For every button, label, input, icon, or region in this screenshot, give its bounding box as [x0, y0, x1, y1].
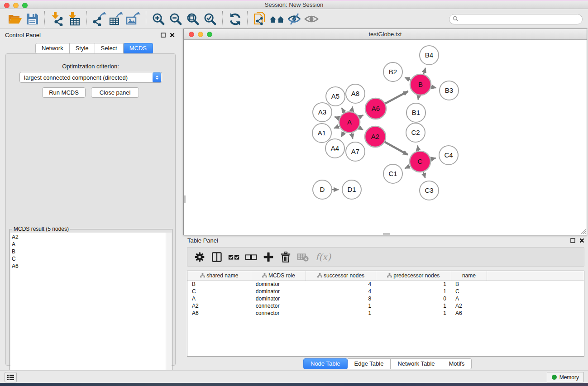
add-icon[interactable]: [261, 250, 276, 264]
cell-successor-nodes[interactable]: 4: [306, 281, 376, 288]
cell-MCDS-role[interactable]: dominator: [251, 295, 306, 302]
node-label-A1: A1: [318, 129, 326, 137]
window-resize-grip[interactable]: [580, 229, 586, 234]
cell-successor-nodes[interactable]: 1: [306, 310, 376, 317]
cell-predecessor-nodes[interactable]: 0: [376, 295, 451, 302]
tab-node-table[interactable]: Node Table: [303, 358, 348, 369]
cell-shared-name[interactable]: A: [187, 295, 251, 302]
network-canvas[interactable]: B4B2BB3A8A5A6A3B1AC2A1A2A4A7C4CC1C3DD1: [184, 40, 587, 235]
tab-motifs[interactable]: Motifs: [442, 358, 472, 369]
cell-shared-name[interactable]: A2: [187, 302, 251, 310]
tab-network[interactable]: Network: [35, 43, 70, 54]
column-header-name[interactable]: name: [451, 271, 487, 281]
cell-shared-name[interactable]: A6: [187, 310, 251, 317]
network-window-title: testGlobe.txt: [369, 31, 402, 38]
export-network-icon[interactable]: [91, 11, 108, 27]
network-vscroll-thumb[interactable]: [184, 195, 186, 203]
checked-boxes-icon[interactable]: [226, 250, 242, 264]
table-row[interactable]: Adominator80A: [187, 295, 584, 302]
network-close-button[interactable]: [189, 32, 194, 37]
network-from-file-icon[interactable]: [251, 11, 268, 27]
double-house-icon[interactable]: [268, 11, 286, 27]
cell-MCDS-role[interactable]: connector: [251, 310, 306, 317]
float-table-panel-icon[interactable]: [569, 237, 576, 244]
eye-icon[interactable]: [303, 11, 320, 27]
cell-successor-nodes[interactable]: 1: [306, 302, 376, 310]
cell-MCDS-role[interactable]: dominator: [251, 281, 306, 288]
import-network-icon[interactable]: [48, 11, 66, 27]
mcds-result-item[interactable]: A6: [12, 262, 167, 270]
column-header-successor-nodes[interactable]: successor nodes: [306, 271, 376, 281]
save-icon[interactable]: [24, 11, 41, 27]
network-window-titlebar[interactable]: testGlobe.txt: [184, 29, 587, 40]
import-table-icon[interactable]: [66, 11, 83, 27]
cell-name[interactable]: A: [451, 295, 487, 302]
cell-MCDS-role[interactable]: dominator: [251, 288, 306, 295]
tab-style[interactable]: Style: [70, 43, 95, 54]
refresh-icon[interactable]: [226, 11, 244, 27]
zoom-out-icon[interactable]: [167, 11, 184, 27]
network-minimize-button[interactable]: [198, 32, 203, 37]
search-input[interactable]: [459, 14, 582, 24]
unchecked-boxes-icon[interactable]: [244, 250, 259, 264]
cell-shared-name[interactable]: B: [187, 281, 251, 288]
close-panel-button[interactable]: Close panel: [91, 87, 139, 98]
tab-mcds[interactable]: MCDS: [124, 43, 153, 54]
task-history-button[interactable]: [5, 372, 17, 382]
mcds-result-list[interactable]: A2ABCA6: [10, 233, 167, 382]
cell-predecessor-nodes[interactable]: 1: [376, 302, 451, 310]
export-table-icon[interactable]: [108, 11, 125, 27]
cell-predecessor-nodes[interactable]: 1: [376, 288, 451, 295]
trash-icon[interactable]: [278, 250, 293, 264]
mcds-result-item[interactable]: A: [12, 241, 167, 248]
cell-name[interactable]: A6: [451, 310, 487, 317]
maximize-window-button[interactable]: [22, 3, 28, 8]
table-panel-title: Table Panel: [184, 237, 569, 244]
zoom-in-icon[interactable]: [150, 11, 167, 27]
column-header-shared-name[interactable]: shared name: [187, 271, 251, 281]
column-header-MCDS-role[interactable]: MCDS role: [251, 271, 306, 281]
mcds-list-scrollbar[interactable]: [166, 233, 172, 382]
table-row[interactable]: A6connector11A6: [187, 310, 584, 317]
cell-predecessor-nodes[interactable]: 1: [376, 281, 451, 288]
cell-name[interactable]: A2: [451, 302, 487, 310]
export-image-icon[interactable]: [125, 11, 142, 27]
gear-icon[interactable]: [192, 250, 207, 264]
mcds-result-item[interactable]: B: [12, 248, 167, 255]
zoom-fit-icon[interactable]: [184, 11, 201, 27]
table-row[interactable]: Cdominator41C: [187, 288, 584, 295]
table-columns-icon[interactable]: [209, 250, 225, 264]
cell-successor-nodes[interactable]: 4: [306, 288, 376, 295]
minimize-window-button[interactable]: [13, 3, 19, 8]
search-box[interactable]: [449, 14, 583, 24]
node-label-C4: C4: [444, 151, 453, 159]
criterion-dropdown[interactable]: largest connected component (directed): [19, 72, 162, 83]
open-icon[interactable]: [6, 11, 24, 27]
tab-edge-table[interactable]: Edge Table: [348, 358, 391, 369]
tab-select[interactable]: Select: [95, 43, 124, 54]
run-mcds-button[interactable]: Run MCDS: [42, 87, 86, 98]
network-hscroll-thumb[interactable]: [383, 233, 390, 235]
cell-successor-nodes[interactable]: 8: [306, 295, 376, 302]
column-header-predecessor-nodes[interactable]: predecessor nodes: [376, 271, 451, 281]
network-maximize-button[interactable]: [207, 32, 212, 37]
eye-slash-icon[interactable]: [286, 11, 303, 27]
close-table-panel-icon[interactable]: [578, 237, 585, 244]
cell-name[interactable]: B: [451, 281, 487, 288]
mcds-result-item[interactable]: C: [12, 255, 167, 262]
cell-name[interactable]: C: [451, 288, 487, 295]
memory-button[interactable]: Memory: [547, 372, 584, 382]
zoom-selected-icon[interactable]: [201, 11, 219, 27]
search-icon: [453, 15, 459, 24]
close-panel-icon[interactable]: [168, 31, 176, 38]
table-row[interactable]: A2connector11A2: [187, 302, 584, 310]
cell-shared-name[interactable]: C: [187, 288, 251, 295]
close-window-button[interactable]: [4, 3, 10, 8]
cell-predecessor-nodes[interactable]: 1: [376, 310, 451, 317]
tab-network-table[interactable]: Network Table: [391, 358, 442, 369]
float-panel-icon[interactable]: [159, 31, 167, 38]
cell-MCDS-role[interactable]: connector: [251, 302, 306, 310]
mcds-result-item[interactable]: A2: [12, 234, 167, 241]
table-row[interactable]: Bdominator41B: [187, 281, 584, 288]
dropdown-stepper-icon: [153, 72, 161, 82]
